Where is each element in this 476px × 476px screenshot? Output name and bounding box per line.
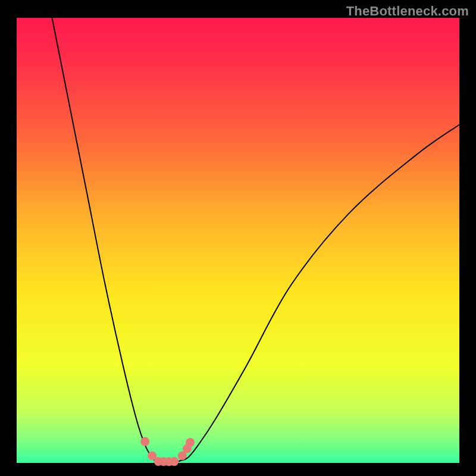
plot-background (17, 18, 459, 463)
outer-frame: TheBottleneck.com (0, 0, 476, 476)
watermark-text: TheBottleneck.com (346, 4, 469, 19)
marker-m-floor-4 (170, 457, 178, 466)
marker-m-left-1 (140, 437, 149, 446)
chart-canvas (0, 0, 476, 476)
marker-m-right-3 (186, 438, 195, 447)
